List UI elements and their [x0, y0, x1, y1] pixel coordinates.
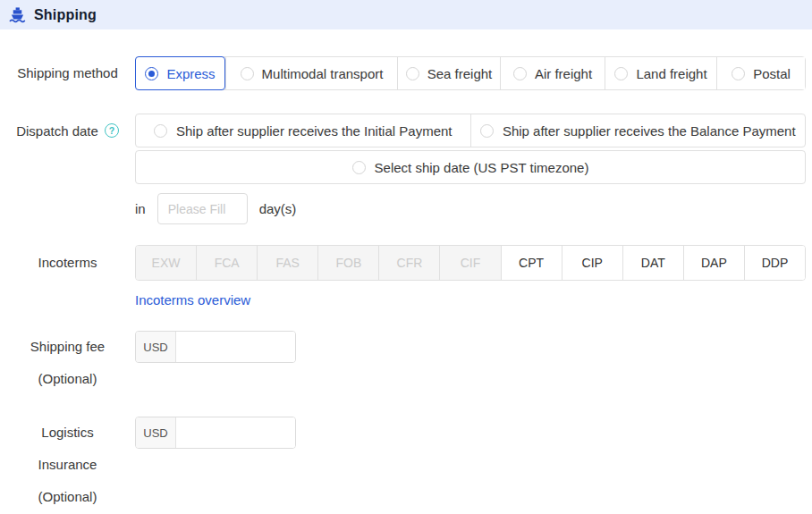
shipping-form: Shipping method Express Multimodal trans… [0, 29, 812, 513]
shipping-method-option-air-freight[interactable]: Air freight [500, 57, 605, 89]
logistics-insurance-row: Logistics Insurance (Optional) USD [0, 417, 806, 513]
incoterms-label: Incoterms [0, 245, 135, 281]
dispatch-option-balance-payment[interactable]: Ship after supplier receives the Balance… [470, 114, 806, 147]
radio-checked-icon [145, 67, 158, 80]
incoterm-ddp[interactable]: DDP [744, 246, 805, 280]
option-label: Express [166, 66, 215, 81]
days-suffix: day(s) [259, 201, 297, 216]
incoterms-group: EXW FCA FAS FOB CFR CIF CPT CIP DAT DAP … [135, 245, 806, 281]
option-label: Land freight [636, 66, 706, 81]
shipping-method-row: Shipping method Express Multimodal trans… [0, 56, 806, 90]
shipping-fee-input-group: USD [135, 331, 296, 363]
ship-in-days-line: in day(s) [135, 193, 806, 224]
radio-icon [154, 124, 167, 138]
shipping-method-group: Express Multimodal transport Sea freight… [135, 56, 806, 90]
radio-icon [513, 67, 527, 80]
shipping-section-header: Shipping [0, 0, 812, 29]
radio-icon [480, 124, 494, 138]
option-label: Air freight [535, 66, 592, 81]
help-icon[interactable]: ? [105, 123, 119, 138]
dispatch-options-top: Ship after supplier receives the Initial… [135, 114, 806, 147]
shipping-fee-row: Shipping fee (Optional) USD [0, 331, 806, 395]
radio-icon [352, 161, 366, 174]
logistics-insurance-input-group: USD [135, 417, 296, 449]
currency-prefix: USD [136, 332, 176, 362]
insurance-optional: (Optional) [0, 481, 135, 513]
shipping-fee-label: Shipping fee [0, 331, 135, 363]
ship-icon [9, 6, 26, 23]
option-label: Sea freight [427, 66, 493, 81]
option-label: Multimodal transport [262, 66, 384, 81]
incoterm-fca: FCA [196, 246, 257, 280]
incoterm-fob: FOB [317, 246, 378, 280]
shipping-method-option-express[interactable]: Express [135, 56, 225, 90]
radio-icon [406, 67, 419, 80]
incoterm-cfr: CFR [378, 246, 439, 280]
shipping-method-label: Shipping method [0, 56, 135, 90]
radio-icon [732, 67, 745, 80]
currency-prefix: USD [136, 417, 176, 448]
incoterm-dat[interactable]: DAT [622, 246, 683, 280]
logistics-insurance-label-wrap: Logistics Insurance (Optional) [0, 417, 135, 513]
radio-icon [241, 67, 254, 80]
radio-icon [614, 67, 628, 80]
incoterm-dap[interactable]: DAP [683, 246, 744, 280]
incoterms-overview-link[interactable]: Incoterms overview [135, 292, 250, 308]
option-label: Select ship date (US PST timezone) [375, 160, 589, 175]
days-input[interactable] [157, 193, 248, 224]
option-label: Ship after supplier receives the Balance… [503, 123, 796, 139]
shipping-fee-input[interactable] [176, 332, 295, 362]
shipping-fee-label-wrap: Shipping fee (Optional) [0, 331, 135, 395]
incoterm-cip[interactable]: CIP [562, 246, 622, 280]
logistics-insurance-input[interactable] [176, 417, 295, 448]
shipping-method-option-sea-freight[interactable]: Sea freight [397, 57, 500, 89]
dispatch-option-initial-payment[interactable]: Ship after supplier receives the Initial… [136, 114, 470, 147]
shipping-fee-optional: (Optional) [0, 363, 135, 395]
days-prefix: in [135, 201, 146, 216]
shipping-method-option-multimodal[interactable]: Multimodal transport [225, 57, 397, 89]
dispatch-date-label: Dispatch date [16, 123, 98, 139]
incoterm-cif: CIF [439, 246, 500, 280]
dispatch-date-row: Dispatch date ? Ship after supplier rece… [0, 114, 806, 224]
incoterms-row: Incoterms EXW FCA FAS FOB CFR CIF CPT CI… [0, 245, 806, 308]
option-label: Ship after supplier receives the Initial… [176, 123, 453, 139]
shipping-method-option-postal[interactable]: Postal [716, 57, 805, 89]
shipping-method-option-land-freight[interactable]: Land freight [605, 57, 716, 89]
dispatch-option-select-ship-date[interactable]: Select ship date (US PST timezone) [135, 150, 806, 184]
incoterm-cpt[interactable]: CPT [501, 246, 562, 280]
page-title: Shipping [34, 7, 97, 23]
incoterm-exw: EXW [136, 246, 196, 280]
insurance-label: Insurance [0, 449, 135, 481]
incoterm-fas: FAS [257, 246, 317, 280]
option-label: Postal [753, 66, 791, 81]
logistics-label: Logistics [0, 417, 135, 449]
dispatch-date-label-wrap: Dispatch date ? [0, 114, 135, 147]
